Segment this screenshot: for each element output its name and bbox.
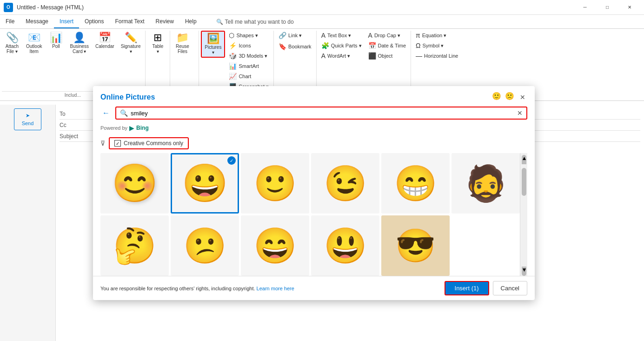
- image-cell-11[interactable]: 😎: [381, 215, 450, 276]
- image-cell-3[interactable]: 🙂: [241, 153, 309, 214]
- poll-button[interactable]: 📊 Poll: [46, 31, 66, 51]
- creative-commons-checkbox-area[interactable]: ✓ Creative Commons only: [109, 137, 189, 149]
- modal-scrollbar[interactable]: ▲ ▼: [520, 153, 527, 276]
- object-icon: ⬛: [368, 52, 376, 60]
- bookmark-button[interactable]: 🔖 Bookmark: [276, 42, 314, 51]
- business-card-button[interactable]: 👤 BusinessCard ▾: [67, 31, 92, 56]
- image-cell-6[interactable]: 🧔: [451, 153, 520, 214]
- email-sidebar: ➤ Send: [0, 105, 56, 341]
- subject-label: Subject: [60, 133, 78, 140]
- tab-options[interactable]: Options: [79, 15, 109, 28]
- smiley-3: 🙂: [253, 166, 297, 201]
- equation-icon: π: [416, 32, 420, 39]
- reuse-files-button[interactable]: 📁 ReuseFiles: [172, 31, 193, 56]
- smiley-1: 😊: [112, 165, 158, 202]
- smartart-button[interactable]: 📊 SmartArt: [226, 61, 272, 71]
- send-icon: ➤: [26, 113, 30, 119]
- datetime-icon: 📅: [368, 42, 376, 49]
- symbol-icon: Ω: [416, 42, 420, 49]
- dropcap-button[interactable]: A Drop Cap ▾: [365, 31, 409, 40]
- symbol-button[interactable]: Ω Symbol ▾: [413, 41, 461, 50]
- image-cell-7[interactable]: 🤔: [100, 215, 169, 276]
- minimize-button[interactable]: ─: [574, 0, 596, 15]
- learn-more-link[interactable]: Learn more here: [257, 286, 294, 291]
- horizontal-line-button[interactable]: — Horizontal Line: [413, 51, 461, 60]
- image-grid: 😊 😀 ✓ 🙂 😉 😁 🧔 🤔 😕: [100, 153, 520, 276]
- attach-file-button[interactable]: 📎 AttachFile ▾: [2, 31, 22, 56]
- shapes-button[interactable]: ⬡ Shapes ▾: [226, 31, 272, 40]
- table-button[interactable]: ⊞ Table▾: [147, 31, 168, 56]
- calendar-button[interactable]: 📅 Calendar: [93, 31, 117, 51]
- clear-search-icon[interactable]: ✕: [517, 109, 523, 117]
- smiley-2: 😀: [182, 165, 228, 202]
- scroll-thumb[interactable]: [522, 168, 526, 196]
- signature-button[interactable]: ✏️ Signature▾: [118, 31, 144, 56]
- image-cell-5[interactable]: 😁: [381, 153, 450, 214]
- wordart-icon: A: [321, 52, 325, 60]
- wordart-button[interactable]: A WordArt ▾: [319, 51, 365, 60]
- datetime-button[interactable]: 📅 Date & Time: [365, 41, 409, 50]
- scroll-down-button[interactable]: ▼: [522, 267, 526, 276]
- selected-check-icon: ✓: [227, 156, 236, 165]
- modal-title: Online Pictures: [100, 93, 155, 101]
- happy-emoji-icon: 🙂: [492, 92, 501, 103]
- modal-header: Online Pictures 🙂 🙁 ✕: [93, 86, 535, 105]
- unhappy-emoji-icon: 🙁: [505, 92, 514, 103]
- bing-logo-icon: ▶: [129, 124, 134, 132]
- search-icon: 🔍: [216, 19, 223, 25]
- object-button[interactable]: ⬛ Object: [365, 51, 409, 60]
- cancel-button[interactable]: Cancel: [493, 281, 527, 295]
- modal-footer-buttons: Insert (1) Cancel: [445, 281, 527, 295]
- smiley-8: 😕: [183, 228, 227, 263]
- tab-message[interactable]: Message: [20, 15, 54, 28]
- creative-commons-label: Creative Commons only: [124, 140, 183, 147]
- scroll-up-button[interactable]: ▲: [522, 155, 526, 164]
- equation-button[interactable]: π Equation ▾: [413, 31, 461, 40]
- business-card-icon: 👤: [73, 33, 86, 43]
- close-button[interactable]: ✕: [619, 0, 640, 15]
- filter-icon: ⊽: [100, 140, 105, 147]
- smartart-icon: 📊: [229, 62, 237, 70]
- tab-format-text[interactable]: Format Text: [109, 15, 150, 28]
- cc-label: Cc: [60, 122, 78, 128]
- quick-parts-button[interactable]: 🧩 Quick Parts ▾: [319, 41, 365, 50]
- smiley-10: 😃: [324, 228, 367, 263]
- image-cell-10[interactable]: 😃: [311, 215, 379, 276]
- image-cell-1[interactable]: 😊: [100, 153, 169, 214]
- pictures-button[interactable]: 🖼️ Pictures▾: [201, 31, 225, 58]
- link-button[interactable]: 🔗 Link ▾: [276, 31, 314, 40]
- 3d-models-icon: 🎲: [229, 52, 237, 60]
- text-box-button[interactable]: A Text Box ▾: [319, 31, 365, 40]
- image-cell-2[interactable]: 😀 ✓: [171, 153, 239, 214]
- insert-button[interactable]: Insert (1): [445, 281, 489, 295]
- link-icon: 🔗: [279, 32, 286, 39]
- smiley-11: 😎: [395, 229, 436, 262]
- tab-review[interactable]: Review: [150, 15, 179, 28]
- app-icon: O: [4, 3, 13, 12]
- outlook-icon: 📧: [28, 33, 40, 43]
- creative-commons-checkbox[interactable]: ✓: [114, 140, 121, 147]
- chart-icon: 📈: [229, 73, 237, 80]
- pictures-icon: 🖼️: [207, 33, 219, 44]
- send-button[interactable]: ➤ Send: [14, 108, 42, 130]
- to-label: To: [60, 111, 78, 117]
- attach-icon: 📎: [6, 33, 19, 43]
- smiley-9: 😄: [253, 228, 297, 263]
- tab-insert[interactable]: Insert: [54, 15, 79, 28]
- tab-file[interactable]: File: [0, 15, 20, 28]
- window-controls: ─ □ ✕: [574, 0, 640, 15]
- icons-button[interactable]: ⚡ Icons: [226, 41, 272, 50]
- search-input[interactable]: [131, 110, 514, 117]
- modal-close-button[interactable]: ✕: [518, 92, 527, 103]
- chart-button[interactable]: 📈 Chart: [226, 72, 272, 81]
- table-icon: ⊞: [153, 33, 162, 43]
- tab-help[interactable]: Help: [179, 15, 202, 28]
- image-cell-4[interactable]: 😉: [311, 153, 379, 214]
- outlook-item-button[interactable]: 📧 OutlookItem: [23, 31, 45, 56]
- 3d-models-button[interactable]: 🎲 3D Models ▾: [226, 51, 272, 60]
- ribbon-search[interactable]: 🔍 Tell me what you want to do: [216, 15, 294, 28]
- image-cell-9[interactable]: 😄: [241, 215, 309, 276]
- back-button[interactable]: ←: [100, 107, 112, 119]
- maximize-button[interactable]: □: [597, 0, 618, 15]
- image-cell-8[interactable]: 😕: [171, 215, 239, 276]
